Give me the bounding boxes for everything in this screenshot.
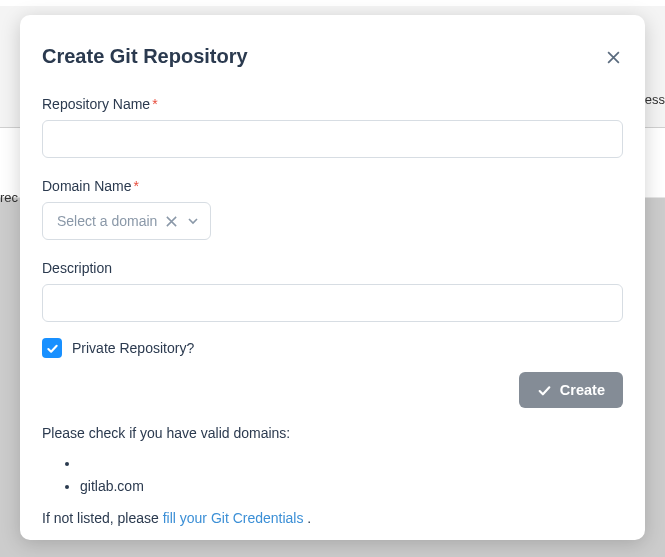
create-button-row: Create bbox=[42, 372, 623, 408]
domain-select[interactable]: Select a domain bbox=[42, 202, 211, 240]
required-asterisk: * bbox=[133, 178, 138, 194]
modal-title: Create Git Repository bbox=[42, 45, 248, 68]
domain-select-placeholder: Select a domain bbox=[57, 213, 157, 229]
close-button[interactable] bbox=[603, 47, 623, 67]
domains-list: gitlab.com bbox=[42, 452, 623, 497]
private-repo-label: Private Repository? bbox=[72, 340, 194, 356]
description-field: Description bbox=[42, 260, 623, 322]
domains-info: Please check if you have valid domains: … bbox=[42, 422, 623, 530]
background-cut-text-right: ess bbox=[645, 92, 665, 107]
clear-icon[interactable] bbox=[165, 215, 178, 228]
chevron-down-icon bbox=[186, 214, 200, 228]
required-asterisk: * bbox=[152, 96, 157, 112]
close-icon bbox=[606, 50, 621, 65]
repo-name-input[interactable] bbox=[42, 120, 623, 158]
domains-info-footer: If not listed, please fill your Git Cred… bbox=[42, 507, 623, 529]
private-repo-row: Private Repository? bbox=[42, 338, 623, 358]
footer-pre: If not listed, please bbox=[42, 510, 163, 526]
domain-select-icons bbox=[165, 214, 200, 228]
create-repo-modal: Create Git Repository Repository Name* D… bbox=[20, 15, 645, 540]
modal-header: Create Git Repository bbox=[42, 45, 623, 68]
domain-field: Domain Name* Select a domain bbox=[42, 178, 623, 240]
private-repo-checkbox[interactable] bbox=[42, 338, 62, 358]
repo-name-field: Repository Name* bbox=[42, 96, 623, 158]
check-icon bbox=[46, 342, 59, 355]
check-icon bbox=[537, 383, 552, 398]
create-button[interactable]: Create bbox=[519, 372, 623, 408]
repo-name-label-text: Repository Name bbox=[42, 96, 150, 112]
domain-label: Domain Name* bbox=[42, 178, 623, 194]
background-cut-text-left: rec bbox=[0, 190, 18, 205]
list-item: gitlab.com bbox=[80, 475, 623, 497]
list-item bbox=[80, 452, 623, 474]
create-button-label: Create bbox=[560, 382, 605, 398]
domains-info-prefix: Please check if you have valid domains: bbox=[42, 422, 623, 444]
description-label: Description bbox=[42, 260, 623, 276]
fill-credentials-link[interactable]: fill your Git Credentials bbox=[163, 510, 304, 526]
repo-name-label: Repository Name* bbox=[42, 96, 623, 112]
description-input[interactable] bbox=[42, 284, 623, 322]
footer-post: . bbox=[303, 510, 311, 526]
domain-label-text: Domain Name bbox=[42, 178, 131, 194]
